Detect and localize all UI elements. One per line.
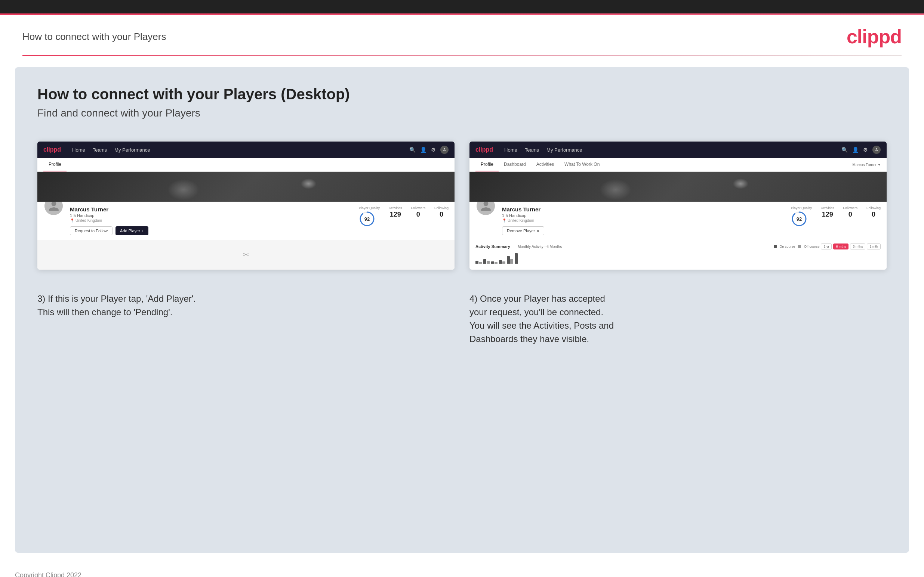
left-navbar: clippd Home Teams My Performance 🔍 👤 ⚙ A	[37, 142, 454, 158]
caption-right-text: 4) Once your Player has acceptedyour req…	[470, 292, 887, 346]
quality-ring-left: 92	[359, 211, 375, 227]
captions-row: 3) If this is your Player tap, 'Add Play…	[37, 292, 887, 346]
screenshots-row: clippd Home Teams My Performance 🔍 👤 ⚙ A…	[37, 142, 887, 270]
settings-icon[interactable]: ⚙	[431, 147, 436, 153]
bar-group-1	[475, 261, 482, 264]
bar-oncourse-3	[491, 261, 494, 264]
right-stat-activities: Activities 129	[821, 206, 834, 219]
footer: Copyright Clippd 2022	[0, 564, 924, 577]
footer-text: Copyright Clippd 2022	[15, 571, 81, 577]
left-profile-section: Marcus Turner 1-5 Handicap 📍 United King…	[37, 201, 454, 240]
quality-ring-right: 92	[791, 211, 808, 227]
search-icon-right[interactable]: 🔍	[842, 147, 848, 153]
top-bar-accent	[0, 13, 924, 15]
on-course-legend-dot	[774, 245, 777, 248]
activity-controls: On course Off course 1 yr 6 mths 3 mths …	[774, 243, 880, 250]
screenshot-left: clippd Home Teams My Performance 🔍 👤 ⚙ A…	[37, 142, 454, 270]
right-nav-myperformance[interactable]: My Performance	[546, 147, 582, 153]
activity-bars	[475, 253, 880, 264]
right-player-location: 📍 United Kingdom	[502, 219, 785, 222]
location-icon: 📍	[70, 219, 74, 222]
avatar-right[interactable]: A	[872, 146, 880, 154]
chevron-down-icon: ▼	[878, 163, 880, 166]
time-btn-1mth[interactable]: 1 mth	[867, 243, 880, 250]
bar-offcourse-3	[494, 262, 498, 264]
user-icon-right	[480, 200, 492, 212]
header: How to connect with your Players clippd	[0, 15, 924, 55]
marcus-turner-dropdown[interactable]: Marcus Turner ▼	[853, 163, 880, 167]
bar-group-4	[499, 260, 506, 264]
left-profile-banner	[37, 172, 454, 201]
settings-icon-right[interactable]: ⚙	[863, 147, 868, 153]
left-player-location: 📍 United Kingdom	[70, 219, 353, 222]
right-app-logo: clippd	[475, 147, 493, 153]
left-stat-followers: Followers 0	[411, 206, 425, 219]
bar-offcourse-4	[502, 261, 506, 264]
profile-icon[interactable]: 👤	[420, 147, 426, 153]
left-stat-quality: Player Quality 92	[359, 206, 380, 227]
activity-legend: On course Off course	[774, 245, 820, 248]
right-nav-teams[interactable]: Teams	[525, 147, 539, 153]
close-icon: ✕	[536, 229, 540, 233]
caption-left-text: 3) If this is your Player tap, 'Add Play…	[37, 292, 454, 319]
right-profile-stats: Player Quality 92 Activities 129	[791, 206, 880, 227]
activity-summary: Activity Summary Monthly Activity · 6 Mo…	[470, 240, 887, 268]
left-nav-myperformance[interactable]: My Performance	[115, 147, 150, 153]
right-nav-home[interactable]: Home	[504, 147, 517, 153]
bar-group-3	[491, 261, 498, 264]
bar-oncourse-1	[475, 261, 478, 264]
page-subheading: Find and connect with your Players	[37, 107, 887, 119]
left-profile-buttons: Request to Follow Add Player +	[70, 226, 353, 235]
avatar[interactable]: A	[440, 146, 449, 154]
right-tabs-group: Profile Dashboard Activities What To Wor…	[475, 158, 605, 171]
activity-header: Activity Summary Monthly Activity · 6 Mo…	[475, 243, 880, 250]
time-btn-3mths[interactable]: 3 mths	[850, 243, 865, 250]
tab-activities-right[interactable]: Activities	[531, 158, 559, 171]
bar-group-6	[515, 253, 521, 264]
logo: clippd	[846, 26, 901, 48]
right-stat-following: Following 0	[866, 206, 880, 219]
tab-profile-left[interactable]: Profile	[44, 158, 66, 171]
left-player-handicap: 1-5 Handicap	[70, 213, 353, 218]
scissors-icon: ✂	[243, 250, 249, 259]
right-player-handicap: 1-5 Handicap	[502, 213, 785, 218]
location-icon-right: 📍	[502, 219, 506, 222]
right-profile-section: Marcus Turner 1-5 Handicap 📍 United King…	[470, 201, 887, 240]
left-profile-info: Marcus Turner 1-5 Handicap 📍 United King…	[70, 206, 353, 235]
tab-dashboard-right[interactable]: Dashboard	[499, 158, 531, 171]
caption-left-block: 3) If this is your Player tap, 'Add Play…	[37, 292, 454, 346]
bar-offcourse-5	[510, 259, 513, 264]
left-profile-stats: Player Quality 92 Activities 129	[359, 206, 449, 227]
page-heading: How to connect with your Players (Deskto…	[37, 86, 887, 103]
bar-oncourse-2	[483, 259, 486, 264]
tab-profile-right[interactable]: Profile	[475, 158, 499, 171]
request-to-follow-button[interactable]: Request to Follow	[70, 226, 113, 235]
left-screenshot-bottom: ✂	[37, 240, 454, 270]
time-btn-1yr[interactable]: 1 yr	[821, 243, 832, 250]
bar-oncourse-6	[515, 253, 518, 264]
bar-offcourse-1	[479, 262, 482, 264]
search-icon[interactable]: 🔍	[409, 147, 416, 153]
left-tabbar: Profile	[37, 158, 454, 172]
header-divider	[23, 55, 901, 56]
tab-what-to-work-on-right[interactable]: What To Work On	[559, 158, 605, 171]
page-title: How to connect with your Players	[23, 31, 166, 43]
bar-group-2	[483, 259, 489, 264]
left-nav-teams[interactable]: Teams	[93, 147, 107, 153]
left-nav-home[interactable]: Home	[72, 147, 85, 153]
profile-icon-right[interactable]: 👤	[852, 147, 859, 153]
bar-offcourse-2	[487, 261, 489, 264]
remove-player-button[interactable]: Remove Player ✕	[502, 226, 544, 235]
left-stat-activities: Activities 129	[389, 206, 402, 219]
main-content: How to connect with your Players (Deskto…	[15, 67, 909, 553]
bar-group-5	[507, 256, 513, 264]
plus-icon: +	[142, 229, 144, 233]
time-btn-6mths[interactable]: 6 mths	[833, 243, 848, 250]
right-profile-banner	[470, 172, 887, 201]
caption-right-block: 4) Once your Player has acceptedyour req…	[470, 292, 887, 346]
right-stat-followers: Followers 0	[843, 206, 858, 219]
left-player-name: Marcus Turner	[70, 206, 353, 213]
user-icon	[48, 200, 60, 212]
add-player-button[interactable]: Add Player +	[115, 226, 149, 235]
right-player-name: Marcus Turner	[502, 206, 785, 213]
